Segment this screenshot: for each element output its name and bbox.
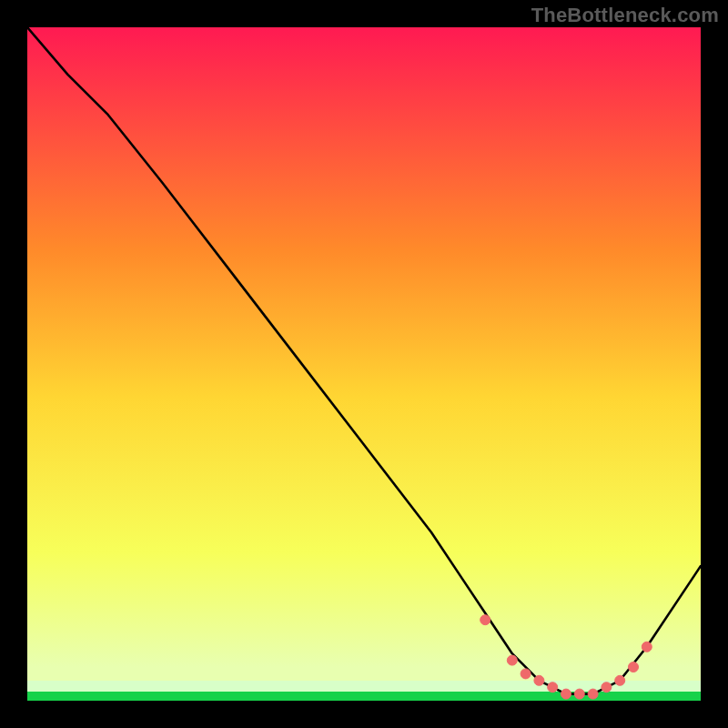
watermark-label: TheBottleneck.com bbox=[531, 4, 719, 27]
marker-point bbox=[507, 655, 517, 665]
marker-point bbox=[521, 669, 531, 679]
green-band bbox=[27, 692, 701, 701]
marker-point bbox=[615, 675, 625, 685]
marker-point bbox=[548, 682, 558, 693]
marker-point bbox=[574, 689, 584, 699]
marker-point bbox=[561, 689, 571, 699]
gradient-background bbox=[27, 27, 701, 701]
marker-point bbox=[534, 675, 544, 685]
marker-point bbox=[642, 642, 652, 652]
marker-point bbox=[602, 682, 612, 693]
bottleneck-chart bbox=[0, 0, 728, 728]
marker-point bbox=[480, 615, 490, 625]
chart-frame: TheBottleneck.com bbox=[0, 0, 728, 728]
marker-point bbox=[629, 662, 639, 672]
marker-point bbox=[588, 689, 598, 699]
